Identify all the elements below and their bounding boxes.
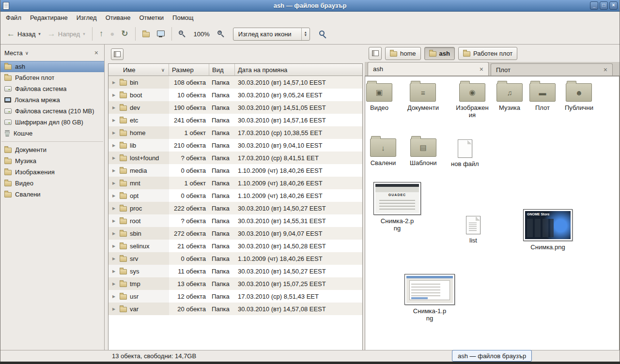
expander-icon[interactable]: ▶: [112, 131, 117, 135]
expander-icon[interactable]: ▶: [112, 118, 117, 122]
table-row[interactable]: ▶dev190 обектаПапка30.03.2010 (вт) 14,51…: [108, 101, 362, 114]
minimize-button[interactable]: _: [590, 1, 598, 10]
icon-item-templates[interactable]: ▤Шаблони: [410, 138, 436, 167]
zoom-out-button[interactable]: −: [175, 28, 189, 40]
view-mode-combo[interactable]: Изглед като икони ▴▾: [233, 28, 310, 41]
zoom-in-button[interactable]: +: [214, 28, 228, 40]
list-pane-path-button[interactable]: [111, 48, 124, 60]
icon-item-new-file[interactable]: нов файл: [451, 139, 479, 168]
table-row[interactable]: ▶sys11 обектаПапка30.03.2010 (вт) 14,50,…: [108, 265, 362, 277]
table-row[interactable]: ▶boot10 обектаПапка30.03.2010 (вт) 9,05,…: [108, 89, 362, 101]
sidebar-item-ash[interactable]: ash: [0, 61, 104, 72]
maximize-button[interactable]: □: [600, 1, 608, 10]
expander-icon[interactable]: ▶: [112, 282, 117, 286]
icon-item-video[interactable]: ▣Видео: [366, 83, 392, 112]
tab-ash[interactable]: ash×: [368, 62, 489, 76]
icon-item-music[interactable]: ♫Музика: [496, 83, 523, 112]
sidebar-item-music[interactable]: Музика: [0, 155, 104, 167]
table-row[interactable]: ▶media0 обектаПапка1.10.2009 (чт) 18,40,…: [108, 164, 362, 177]
menu-edit[interactable]: Редактиране: [26, 13, 72, 23]
back-button[interactable]: ← Назад ▾: [3, 28, 44, 40]
table-row[interactable]: ▶var20 обектаПапка30.03.2010 (вт) 14,57,…: [108, 303, 362, 315]
sidebar-item-desktop[interactable]: Работен плот: [0, 72, 104, 83]
menu-help[interactable]: Помощ: [168, 13, 198, 23]
sidebar-item-documents[interactable]: Документи: [0, 144, 104, 155]
sidebar-caret-icon[interactable]: ∨: [25, 50, 29, 56]
icon-item-snimka2[interactable]: GUADECСнимка-2.png: [373, 182, 421, 232]
sidebar-close-icon[interactable]: ×: [93, 49, 100, 57]
sidebar-item-downloads[interactable]: Свалени: [0, 189, 104, 200]
search-button[interactable]: [316, 28, 330, 40]
table-row[interactable]: ▶opt0 обектаПапка1.10.2009 (чт) 18,40,26…: [108, 189, 362, 202]
table-row[interactable]: ▶sbin272 обектаПапка30.03.2010 (вт) 9,04…: [108, 227, 362, 240]
expander-icon[interactable]: ▶: [112, 257, 117, 261]
icon-item-desktop[interactable]: ▬Плот: [529, 83, 556, 112]
table-row[interactable]: ▶bin108 обектаПапка30.03.2010 (вт) 14,57…: [108, 76, 362, 89]
icon-item-snimka[interactable]: GNOME StoreСнимка.png: [523, 209, 573, 251]
close-button[interactable]: ×: [609, 1, 618, 10]
computer-button[interactable]: [153, 28, 168, 40]
expander-icon[interactable]: ▶: [112, 269, 117, 273]
expander-icon[interactable]: ▶: [112, 194, 117, 198]
table-row[interactable]: ▶selinux21 обектаПапка30.03.2010 (вт) 14…: [108, 240, 362, 252]
expander-icon[interactable]: ▶: [112, 93, 117, 97]
path-button-home[interactable]: home: [385, 47, 421, 60]
back-history-caret-icon[interactable]: ▾: [38, 31, 41, 36]
titlebar[interactable]: ash — файлов браузър _ □ ×: [0, 0, 620, 12]
table-row[interactable]: ▶tmp13 обектаПапка30.03.2010 (вт) 15,07,…: [108, 277, 362, 290]
tab-plot[interactable]: Плот×: [491, 63, 613, 76]
sidebar-item-pictures[interactable]: Изображения: [0, 167, 104, 178]
sort-caret-icon[interactable]: ∨: [161, 67, 165, 73]
icon-item-snimka1[interactable]: Снимка-1.png: [404, 274, 455, 322]
tab-close-icon[interactable]: ×: [480, 66, 483, 72]
sidebar-item-network[interactable]: Локална мрежа: [0, 94, 104, 106]
tab-close-icon[interactable]: ×: [604, 67, 607, 73]
path-button-desktop[interactable]: Работен плот: [458, 47, 517, 60]
table-row[interactable]: ▶root? обектаПапка30.03.2010 (вт) 14,55,…: [108, 214, 362, 227]
forward-button[interactable]: → Напред ▾: [44, 28, 89, 40]
sidebar-item-video[interactable]: Видео: [0, 178, 104, 189]
expander-icon[interactable]: ▶: [112, 168, 117, 173]
menu-bookmarks[interactable]: Отметки: [135, 13, 168, 23]
table-row[interactable]: ▶usr12 обектаПапка17.03.2010 (ср) 8,51,4…: [108, 290, 362, 303]
table-row[interactable]: ▶mnt1 обектПапка1.10.2009 (чт) 18,40,26 …: [108, 177, 362, 189]
table-row[interactable]: ▶lost+found? обектаПапка17.03.2010 (ср) …: [108, 152, 362, 164]
icon-item-documents[interactable]: ≡Документи: [407, 83, 439, 112]
table-row[interactable]: ▶srv0 обектаПапка1.10.2009 (чт) 18,40,26…: [108, 252, 362, 265]
home-button[interactable]: [139, 29, 153, 40]
expander-icon[interactable]: ▶: [112, 156, 117, 160]
expander-icon[interactable]: ▶: [112, 307, 117, 311]
combo-spinner-icon[interactable]: ▴▾: [301, 28, 310, 40]
table-row[interactable]: ▶proc222 обектаПапка30.03.2010 (вт) 14,5…: [108, 202, 362, 214]
sidebar-item-filesystem[interactable]: Файлова система: [0, 83, 104, 94]
menu-view[interactable]: Изглед: [72, 13, 101, 23]
expander-icon[interactable]: ▶: [112, 106, 117, 110]
icon-item-pictures[interactable]: ◉Изображения: [454, 83, 490, 119]
reload-button[interactable]: ↻: [118, 28, 131, 40]
column-header-name[interactable]: Име∨: [108, 64, 169, 76]
sidebar-item-filesystem-210mb[interactable]: Файлова система (210 MB): [0, 106, 104, 117]
icon-item-list[interactable]: list: [466, 216, 480, 244]
icon-item-public[interactable]: ☻Публични: [565, 83, 593, 112]
column-header-date[interactable]: Дата на промяна: [235, 64, 362, 76]
table-row[interactable]: ▶lib210 обектаПапка30.03.2010 (вт) 9,04,…: [108, 139, 362, 152]
sidebar-item-encrypted[interactable]: Шифриран дял (80 GB): [0, 117, 104, 128]
table-row[interactable]: ▶home1 обектПапка17.03.2010 (ср) 10,38,5…: [108, 126, 362, 139]
sidebar-item-trash[interactable]: Кошче: [0, 128, 104, 139]
expander-icon[interactable]: ▶: [112, 231, 117, 236]
sidebar-title[interactable]: Места: [4, 49, 23, 57]
expander-icon[interactable]: ▶: [112, 181, 117, 185]
column-header-size[interactable]: Размер: [169, 64, 209, 76]
expander-icon[interactable]: ▶: [112, 294, 117, 299]
icon-item-downloads[interactable]: ↓Свалени: [370, 138, 396, 167]
expander-icon[interactable]: ▶: [112, 206, 117, 211]
stop-button[interactable]: ●: [107, 28, 118, 40]
expander-icon[interactable]: ▶: [112, 143, 117, 148]
path-button-ash[interactable]: ash: [424, 47, 455, 60]
table-row[interactable]: ▶etc241 обектаПапка30.03.2010 (вт) 14,57…: [108, 114, 362, 126]
pane-path-button[interactable]: [369, 47, 382, 60]
menu-go[interactable]: Отиване: [101, 13, 135, 23]
icon-view[interactable]: ▣Видео ≡Документи ◉Изображения ♫Музика ▬…: [365, 76, 620, 350]
up-button[interactable]: ↑: [96, 28, 107, 40]
menu-file[interactable]: Файл: [1, 13, 26, 23]
